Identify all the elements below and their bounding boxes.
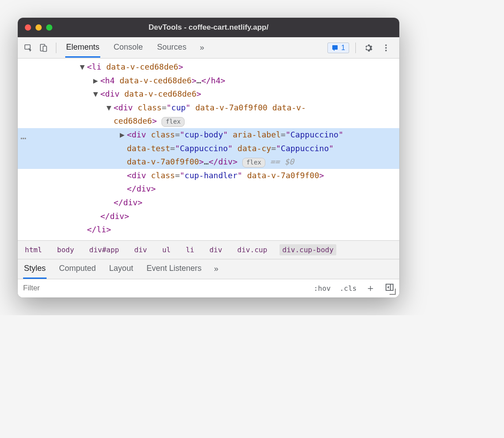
window-title: DevTools - coffee-cart.netlify.app/ bbox=[18, 23, 399, 32]
svg-point-6 bbox=[385, 50, 387, 51]
hov-toggle[interactable]: :hov bbox=[309, 284, 335, 293]
styles-more-tabs[interactable]: » bbox=[214, 264, 218, 274]
gear-icon[interactable] bbox=[362, 42, 374, 54]
toolbar-right: 1 bbox=[327, 42, 395, 54]
tab-console[interactable]: Console bbox=[113, 38, 144, 58]
breadcrumb: html body div#app div ul li div div.cup … bbox=[18, 240, 399, 259]
toolbar-separator-2 bbox=[355, 43, 356, 53]
main-toolbar: Elements Console Sources » 1 bbox=[18, 37, 399, 59]
minimize-button[interactable] bbox=[35, 24, 42, 31]
flex-badge[interactable]: flex bbox=[161, 117, 185, 127]
devtools-window: DevTools - coffee-cart.netlify.app/ Elem… bbox=[18, 18, 399, 297]
dom-tree[interactable]: ▼<li data-v-ced68de6> ▶<h4 data-v-ced68d… bbox=[18, 59, 399, 240]
dom-close-div-cup[interactable]: </div> bbox=[18, 196, 399, 210]
dom-node-div-cup-handler[interactable]: <div class="cup-handler" data-v-7a0f9f00… bbox=[18, 169, 399, 196]
tab-event-listeners[interactable]: Event Listeners bbox=[146, 259, 202, 279]
tab-elements[interactable]: Elements bbox=[65, 38, 100, 58]
titlebar: DevTools - coffee-cart.netlify.app/ bbox=[18, 18, 399, 37]
svg-rect-3 bbox=[332, 45, 338, 50]
dom-node-h4[interactable]: ▶<h4 data-v-ced68de6>…</h4> bbox=[18, 74, 399, 88]
panel-tabs: Elements Console Sources » bbox=[65, 38, 204, 58]
traffic-lights bbox=[25, 24, 52, 31]
svg-rect-0 bbox=[25, 45, 30, 49]
issues-badge[interactable]: 1 bbox=[327, 43, 349, 53]
close-button[interactable] bbox=[25, 24, 31, 31]
resize-handle[interactable] bbox=[390, 289, 396, 295]
tab-styles[interactable]: Styles bbox=[23, 259, 47, 279]
cls-toggle[interactable]: .cls bbox=[335, 284, 361, 293]
breadcrumb-app[interactable]: div#app bbox=[87, 244, 122, 255]
kebab-icon[interactable] bbox=[380, 42, 392, 54]
svg-rect-2 bbox=[43, 46, 47, 51]
svg-point-4 bbox=[385, 44, 387, 46]
breadcrumb-html[interactable]: html bbox=[22, 244, 45, 255]
breadcrumb-div[interactable]: div bbox=[132, 244, 150, 255]
styles-tabbar: Styles Computed Layout Event Listeners » bbox=[18, 259, 399, 279]
device-toolbar-icon[interactable] bbox=[37, 42, 50, 54]
new-style-rule-button[interactable]: ＋ bbox=[361, 282, 380, 295]
breadcrumb-cup[interactable]: div.cup bbox=[235, 244, 270, 255]
breadcrumb-ul[interactable]: ul bbox=[159, 244, 173, 255]
breadcrumb-li[interactable]: li bbox=[183, 244, 197, 255]
styles-filter-input[interactable] bbox=[18, 280, 309, 296]
dom-close-div-outer[interactable]: </div> bbox=[18, 210, 399, 223]
flex-badge-2[interactable]: flex bbox=[242, 158, 265, 168]
dom-close-li[interactable]: </li> bbox=[18, 223, 399, 237]
breadcrumb-cup-body[interactable]: div.cup-body bbox=[280, 244, 336, 255]
dom-node-div-outer[interactable]: ▼<div data-v-ced68de6> bbox=[18, 87, 399, 101]
tab-computed[interactable]: Computed bbox=[58, 259, 97, 279]
tab-layout[interactable]: Layout bbox=[108, 259, 134, 279]
more-tabs-button[interactable]: » bbox=[200, 43, 204, 52]
breadcrumb-div2[interactable]: div bbox=[207, 244, 225, 255]
issues-count: 1 bbox=[341, 44, 345, 52]
breadcrumb-body[interactable]: body bbox=[55, 244, 77, 255]
dom-node-li[interactable]: ▼<li data-v-ced68de6> bbox=[18, 60, 399, 74]
tab-sources[interactable]: Sources bbox=[156, 38, 187, 58]
eq-dollar-zero: == $0 bbox=[270, 157, 294, 166]
styles-filter-row: :hov .cls ＋ bbox=[18, 279, 399, 297]
svg-point-5 bbox=[385, 47, 387, 49]
dom-node-div-cup-body[interactable]: ▶<div class="cup-body" aria-label="Cappu… bbox=[18, 128, 399, 169]
dom-node-div-cup[interactable]: ▼<div class="cup" data-v-7a0f9f00 data-v… bbox=[18, 101, 399, 128]
inspect-icon[interactable] bbox=[22, 42, 35, 54]
maximize-button[interactable] bbox=[46, 24, 52, 31]
toolbar-separator bbox=[56, 43, 56, 53]
